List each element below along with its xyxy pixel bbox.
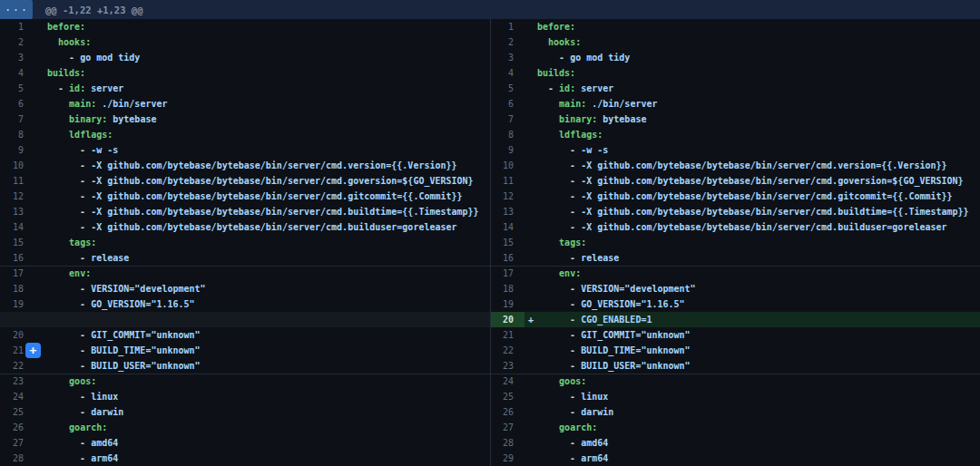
left-code-line: - arm64 [47, 451, 118, 466]
diff-row: 24 - linux25 - linux [0, 389, 980, 404]
expand-hunk-button[interactable]: ··· [0, 0, 33, 19]
left-line-number[interactable]: 16 [0, 250, 34, 266]
right-diff-marker [524, 173, 537, 189]
code-segment: GO_VERSION="1.16.5" [91, 299, 194, 309]
right-diff-marker [524, 420, 537, 435]
right-line-number[interactable]: 15 [491, 235, 524, 250]
left-line-number[interactable]: 14 [0, 219, 34, 235]
code-segment: -w -s [91, 145, 118, 155]
code-segment [537, 422, 559, 432]
right-line-number[interactable]: 28 [491, 435, 524, 451]
right-line-number[interactable]: 5 [491, 81, 524, 96]
left-line-number[interactable]: 3 [0, 50, 34, 65]
right-line-number[interactable]: 12 [491, 189, 524, 204]
right-line-number[interactable]: 23 [491, 358, 524, 374]
right-line-number[interactable]: 22 [491, 343, 524, 358]
left-line-number[interactable]: 25 [0, 404, 34, 420]
code-segment: goos: [559, 376, 586, 386]
diff-row: 27 - amd6428 - amd64 [0, 435, 980, 451]
right-line-number[interactable]: 7 [491, 112, 524, 127]
left-line-number[interactable]: 26 [0, 420, 34, 435]
left-line-number[interactable]: 11 [0, 173, 34, 189]
left-line-number[interactable]: 8 [0, 127, 34, 142]
left-code-line: before: [47, 19, 85, 34]
left-line-number[interactable]: 12 [0, 189, 34, 204]
right-line-number[interactable]: 3 [491, 50, 524, 65]
code-segment: server [581, 83, 613, 93]
right-line-number[interactable]: 19 [491, 296, 524, 312]
left-diff-marker [34, 65, 47, 81]
left-line-number[interactable]: 5 [0, 81, 34, 96]
diff-right-cell: 28 - amd64 [490, 435, 980, 451]
left-diff-marker [34, 127, 47, 142]
right-line-number[interactable]: 13 [491, 204, 524, 219]
right-line-number[interactable]: 14 [491, 219, 524, 235]
left-line-number[interactable]: 6 [0, 96, 34, 112]
left-line-number[interactable]: 19 [0, 296, 34, 312]
right-line-number[interactable]: 8 [491, 127, 524, 142]
code-segment: main: [69, 99, 96, 109]
left-diff-marker [34, 96, 47, 112]
right-line-number[interactable]: 1 [491, 19, 524, 34]
right-line-number[interactable]: 26 [491, 404, 524, 420]
left-line-number[interactable]: 1 [0, 19, 34, 34]
diff-right-cell: 24 goos: [490, 374, 980, 389]
right-line-number[interactable]: 9 [491, 142, 524, 158]
left-line-number[interactable]: 27 [0, 435, 34, 451]
left-code-line: builds: [47, 65, 85, 81]
code-segment: - [537, 361, 581, 371]
left-line-number[interactable]: 13 [0, 204, 34, 219]
right-line-number[interactable]: 16 [491, 250, 524, 266]
code-segment [537, 130, 559, 140]
left-diff-marker [34, 142, 47, 158]
left-diff-marker [34, 266, 47, 281]
right-line-number[interactable]: 2 [491, 34, 524, 50]
code-segment: - [537, 83, 559, 93]
left-diff-marker [34, 451, 47, 466]
left-line-number[interactable]: 17 [0, 266, 34, 281]
left-line-number[interactable]: 4 [0, 65, 34, 81]
right-line-number[interactable]: 27 [491, 420, 524, 435]
left-line-number[interactable]: 7 [0, 112, 34, 127]
right-code-line: - GIT_COMMIT="unknown" [537, 327, 691, 343]
right-line-number[interactable]: 6 [491, 96, 524, 112]
diff-left-cell: 28 - arm64 [0, 451, 490, 466]
right-line-number[interactable]: 21 [491, 327, 524, 343]
right-line-number[interactable]: 4 [491, 65, 524, 81]
left-line-number[interactable]: 10 [0, 158, 34, 173]
diff-left-cell: 15 tags: [0, 235, 490, 250]
left-line-number[interactable]: 22 [0, 358, 34, 374]
right-line-number[interactable]: 20 [491, 312, 524, 327]
diff-left-cell: 27 - amd64 [0, 435, 490, 451]
right-line-number[interactable]: 18 [491, 281, 524, 296]
left-line-number[interactable]: 18 [0, 281, 34, 296]
left-code-line: env: [47, 266, 91, 281]
right-line-number[interactable]: 11 [491, 173, 524, 189]
left-diff-marker [34, 158, 47, 173]
right-line-number[interactable]: 29 [491, 451, 524, 466]
right-line-number[interactable]: 17 [491, 266, 524, 281]
code-segment: id: [69, 83, 85, 93]
add-comment-button[interactable]: + [25, 343, 41, 358]
code-segment: - [537, 160, 581, 170]
left-line-number[interactable]: 9 [0, 142, 34, 158]
diff-right-cell: 3 - go mod tidy [490, 50, 980, 65]
left-line-number[interactable]: 20 [0, 327, 34, 343]
left-line-number[interactable]: 28 [0, 451, 34, 466]
diff-left-cell: 10 - -X github.com/bytebase/bytebase/bin… [0, 158, 490, 173]
code-segment: VERSION="development" [91, 284, 205, 294]
right-diff-marker [524, 327, 537, 343]
left-code-line: - GIT_COMMIT="unknown" [47, 327, 201, 343]
left-line-number[interactable]: 24 [0, 389, 34, 404]
diff-left-cell: 3 - go mod tidy [0, 50, 490, 65]
right-line-number[interactable]: 10 [491, 158, 524, 173]
left-line-number[interactable]: 15 [0, 235, 34, 250]
right-line-number[interactable]: 25 [491, 389, 524, 404]
left-diff-marker [34, 204, 47, 219]
left-line-number[interactable]: 23 [0, 374, 34, 389]
left-line-number[interactable]: 2 [0, 34, 34, 50]
right-line-number[interactable]: 24 [491, 374, 524, 389]
code-segment [47, 422, 69, 432]
code-segment [537, 238, 559, 248]
code-segment: - [47, 253, 91, 263]
